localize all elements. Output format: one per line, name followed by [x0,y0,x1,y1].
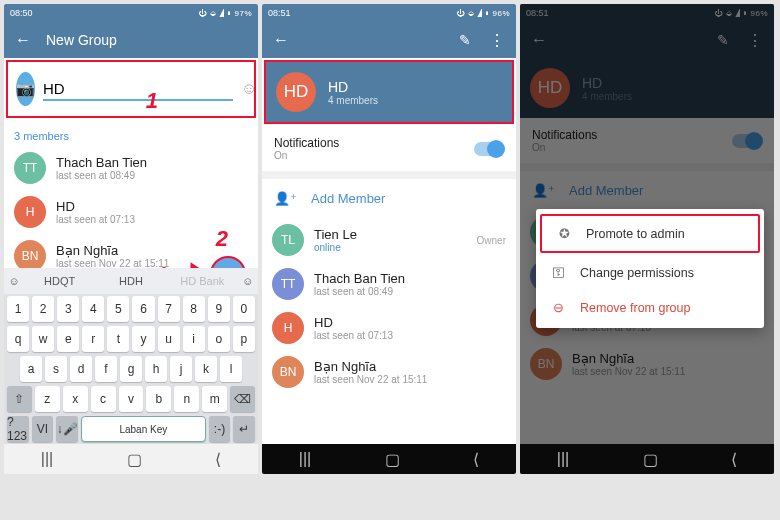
nav-home-icon[interactable]: ▢ [385,450,400,469]
key[interactable]: 3 [57,296,79,322]
context-menu: ✪ Promote to admin ⚿ Change permissions … [536,209,764,328]
keyboard-bottom-row: ?123 VI ↓🎤 Laban Key :-) ↵ [4,414,258,444]
key[interactable]: 9 [208,296,230,322]
group-members-count: 4 members [328,95,378,106]
nav-home-icon[interactable]: ▢ [127,450,142,469]
notifications-state: On [274,150,339,161]
nav-home-icon[interactable]: ▢ [643,450,658,469]
key[interactable]: 6 [132,296,154,322]
suggestion[interactable]: HDH [95,275,166,287]
key[interactable]: b [146,386,171,412]
nav-bar: ||| ▢ ⟨ [262,444,516,474]
context-menu-item[interactable]: ✪ Promote to admin [540,214,760,253]
key[interactable]: u [158,326,180,352]
key-lang[interactable]: VI [32,416,54,442]
nav-back-icon[interactable]: ⟨ [473,450,479,469]
key[interactable]: c [91,386,116,412]
emoji-toggle-icon[interactable]: ☺ [4,275,24,287]
key[interactable]: g [120,356,142,382]
group-name-input[interactable] [43,78,233,101]
key[interactable]: 7 [158,296,180,322]
key[interactable]: r [82,326,104,352]
member-row[interactable]: BN Bạn Nghĩa last seen Nov 22 at 15:11 [262,350,516,394]
notifications-row[interactable]: Notifications On [262,126,516,179]
nav-recent-icon[interactable]: ||| [299,450,311,468]
key[interactable]: f [95,356,117,382]
key[interactable]: q [7,326,29,352]
member-avatar: H [14,196,46,228]
keyboard-row: 1234567890 [4,294,258,324]
key[interactable]: h [145,356,167,382]
keyboard-row: ⇧zxcvbnm⌫ [4,384,258,414]
key[interactable]: s [45,356,67,382]
key[interactable]: v [119,386,144,412]
key-symbols[interactable]: ?123 [7,416,29,442]
key[interactable]: y [132,326,154,352]
member-name: Bạn Nghĩa [314,359,427,374]
nav-recent-icon[interactable]: ||| [557,450,569,468]
camera-icon[interactable]: 📷 [16,72,35,106]
back-icon[interactable] [272,31,290,49]
member-avatar: H [272,312,304,344]
context-item-icon: ⊖ [550,300,566,315]
key[interactable]: ⌫ [230,386,255,412]
key[interactable]: d [70,356,92,382]
key[interactable]: 0 [233,296,255,322]
member-status: last seen at 08:49 [56,170,147,181]
nav-back-icon[interactable]: ⟨ [731,450,737,469]
key[interactable]: o [208,326,230,352]
key[interactable]: 8 [183,296,205,322]
key[interactable]: e [57,326,79,352]
context-menu-item[interactable]: ⊖ Remove from group [536,290,764,325]
emoji-icon[interactable]: ☺ [238,275,258,287]
key[interactable]: l [220,356,242,382]
member-row[interactable]: TT Thach Ban Tien last seen at 08:49 [262,262,516,306]
key[interactable]: 2 [32,296,54,322]
key[interactable]: x [63,386,88,412]
key[interactable]: 4 [82,296,104,322]
nav-recent-icon[interactable]: ||| [41,450,53,468]
key[interactable]: z [35,386,60,412]
key[interactable]: k [195,356,217,382]
emoji-icon[interactable] [241,80,257,98]
member-status: last seen at 07:13 [56,214,135,225]
key[interactable]: a [20,356,42,382]
context-item-label: Change permissions [580,266,694,280]
member-name: HD [314,315,393,330]
key[interactable]: 1 [7,296,29,322]
member-row[interactable]: TT Thach Ban Tien last seen at 08:49 [4,146,258,190]
key[interactable]: i [183,326,205,352]
member-avatar: TT [14,152,46,184]
context-item-label: Remove from group [580,301,690,315]
key[interactable]: 5 [107,296,129,322]
suggestion[interactable]: HD Bank [167,275,238,287]
group-avatar[interactable]: HD [276,72,316,112]
key[interactable]: t [107,326,129,352]
key-mic[interactable]: ↓🎤 [56,416,78,442]
key[interactable]: p [233,326,255,352]
member-avatar: TT [272,268,304,300]
member-avatar: BN [272,356,304,388]
key[interactable]: m [202,386,227,412]
key-enter[interactable]: ↵ [233,416,255,442]
key[interactable]: w [32,326,54,352]
key-space[interactable]: Laban Key [81,416,206,442]
notifications-toggle[interactable] [474,142,504,156]
key[interactable]: ⇧ [7,386,32,412]
context-menu-item[interactable]: ⚿ Change permissions [536,255,764,290]
edit-icon[interactable] [456,31,474,49]
member-status: last seen at 08:49 [314,286,405,297]
suggestion[interactable]: HDQT [24,275,95,287]
member-status: online [314,242,357,253]
phone-group-info: 08:51 ⏻ ⬙ ◢ ▮ 96% HD HD 4 members Notifi… [262,4,516,474]
key-smile[interactable]: :-) [209,416,231,442]
key[interactable]: n [174,386,199,412]
add-member-row[interactable]: 👤⁺ Add Member [262,179,516,218]
context-item-icon: ⚿ [550,265,566,280]
member-row[interactable]: H HD last seen at 07:13 [262,306,516,350]
nav-back-icon[interactable]: ⟨ [215,450,221,469]
key[interactable]: j [170,356,192,382]
member-row[interactable]: TL Tien Le online Owner [262,218,516,262]
more-icon[interactable] [488,31,506,49]
back-icon[interactable] [14,31,32,49]
